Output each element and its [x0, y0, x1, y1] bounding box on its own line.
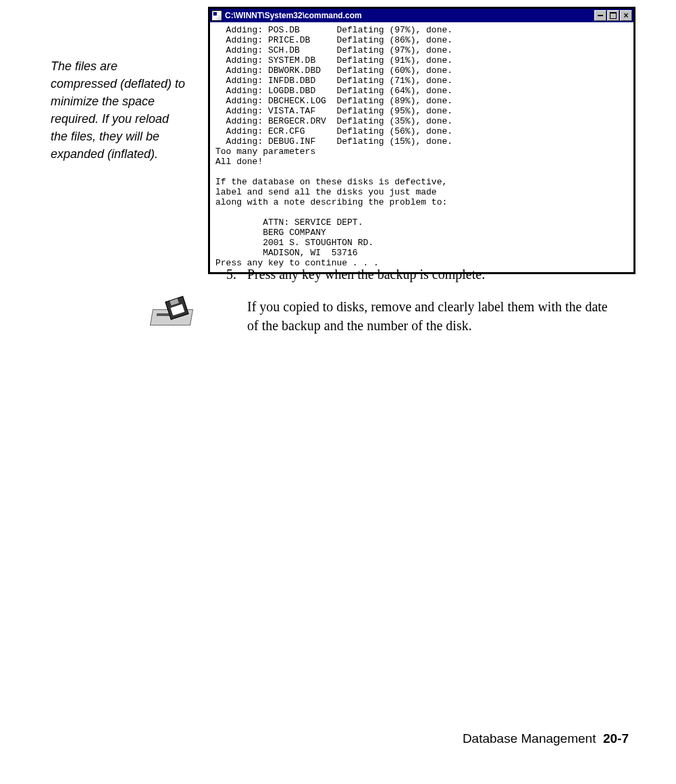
- step-text: Press any key when the backup is complet…: [247, 265, 621, 284]
- footer-section: Database Management: [463, 731, 596, 746]
- floppy-drive-icon: [147, 297, 194, 331]
- footer-page-number: 20-7: [603, 731, 629, 746]
- close-button[interactable]: ×: [620, 10, 632, 21]
- instruction-step: 5. Press any key when the backup is comp…: [223, 265, 621, 335]
- window-title: C:\WINNT\System32\command.com: [225, 11, 362, 20]
- console-output: Adding: POS.DB Deflating (97%), done. Ad…: [210, 22, 633, 272]
- maximize-button[interactable]: [607, 10, 619, 21]
- titlebar-left: C:\WINNT\System32\command.com: [211, 10, 362, 21]
- margin-note: The files are compressed (deflated) to m…: [51, 57, 186, 163]
- window-controls: ×: [594, 10, 632, 21]
- window-titlebar[interactable]: C:\WINNT\System32\command.com ×: [210, 9, 633, 22]
- command-prompt-window: C:\WINNT\System32\command.com × Adding: …: [208, 7, 635, 274]
- minimize-button[interactable]: [594, 10, 606, 21]
- command-prompt-icon: [211, 10, 222, 21]
- page-footer: Database Management 20-7: [463, 731, 629, 746]
- step-subtext: If you copied to disks, remove and clear…: [247, 297, 621, 335]
- step-number: 5.: [223, 265, 236, 284]
